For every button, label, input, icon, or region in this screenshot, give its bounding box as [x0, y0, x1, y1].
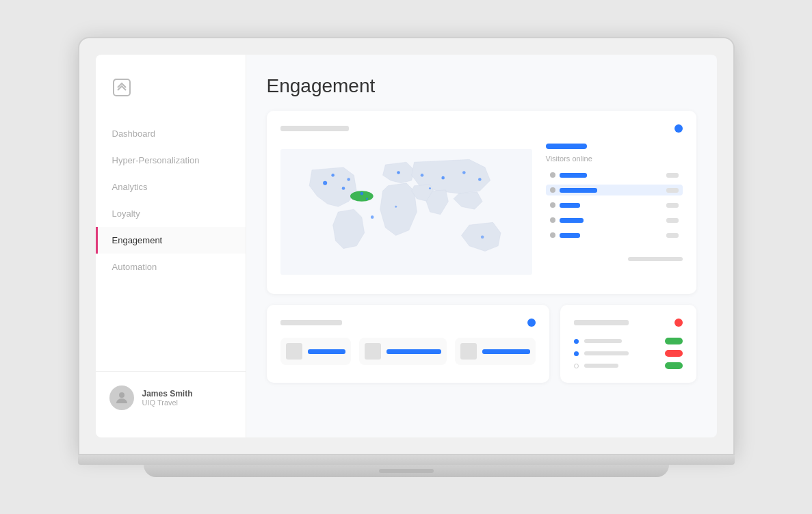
user-info: James Smith UIQ Travel: [142, 389, 193, 407]
country-dot: [550, 232, 555, 238]
country-val: [666, 188, 679, 193]
laptop-base: [78, 455, 735, 477]
country-val: [666, 203, 679, 208]
map-card-body: Visitors online: [280, 144, 683, 280]
laptop-hinge: [78, 455, 735, 465]
svg-point-9: [420, 174, 423, 177]
svg-point-11: [462, 171, 466, 174]
map-card-header: [280, 124, 683, 133]
country-bar: [560, 233, 580, 238]
bottom-left-card-header: [280, 319, 536, 327]
bottom-right-card: [560, 305, 696, 383]
svg-point-17: [428, 187, 430, 189]
app-window: Dashboard Hyper-Personalization Analytic…: [96, 55, 717, 437]
country-dot: [550, 172, 555, 178]
map-list-item: [546, 170, 683, 180]
map-list-item: [546, 200, 683, 211]
activity-avatar: [460, 343, 477, 360]
pagination-bar: [628, 257, 683, 261]
laptop-screen: Dashboard Hyper-Personalization Analytic…: [78, 37, 735, 455]
user-name: James Smith: [142, 389, 193, 398]
svg-point-15: [360, 192, 363, 195]
laptop-notch: [379, 469, 434, 473]
country-val: [666, 218, 679, 223]
activity-bar: [308, 349, 345, 354]
status-pill-green: [665, 338, 683, 344]
svg-point-12: [478, 178, 482, 181]
bottom-right-indicator: [675, 319, 683, 327]
list-dot: [574, 351, 579, 356]
svg-point-14: [480, 236, 484, 239]
bottom-left-card: [267, 305, 549, 383]
map-card: Visitors online: [267, 111, 696, 294]
list-bar: [584, 364, 618, 368]
svg-point-4: [323, 181, 327, 185]
sidebar: Dashboard Hyper-Personalization Analytic…: [96, 55, 246, 437]
bottom-left-title: [280, 320, 342, 325]
main-content: Engagement: [246, 55, 717, 437]
map-right-panel: Visitors online: [546, 144, 683, 280]
svg-point-7: [347, 178, 350, 181]
country-dot: [550, 217, 555, 223]
activity-avatar: [286, 343, 302, 360]
sidebar-item-hyper-personalization[interactable]: Hyper-Personalization: [96, 147, 246, 174]
right-list-item: [574, 338, 683, 344]
laptop-wrapper: Dashboard Hyper-Personalization Analytic…: [78, 37, 735, 477]
map-card-title: [280, 126, 349, 131]
svg-point-1: [119, 392, 125, 398]
list-bar: [584, 351, 629, 355]
svg-point-16: [365, 198, 367, 200]
laptop-bottom: [144, 465, 669, 477]
country-bar: [560, 188, 597, 193]
country-val: [666, 173, 679, 178]
bottom-left-indicator: [527, 319, 536, 327]
country-dot: [550, 202, 555, 208]
map-card-indicator: [675, 124, 683, 133]
list-dot: [574, 364, 579, 368]
avatar: [109, 385, 134, 410]
bottom-right-title: [574, 320, 629, 325]
sidebar-nav: Dashboard Hyper-Personalization Analytic…: [96, 120, 246, 371]
status-pill-red: [665, 350, 683, 357]
country-val: [666, 233, 679, 238]
sidebar-item-analytics[interactable]: Analytics: [96, 174, 246, 200]
activity-item: [455, 338, 536, 365]
sidebar-logo: [96, 68, 246, 120]
app-logo-icon: [109, 75, 134, 100]
activity-bar: [387, 349, 441, 354]
country-bar: [560, 218, 584, 223]
map-list-item: [546, 215, 683, 226]
right-list-item: [574, 350, 683, 357]
activity-avatar: [365, 343, 381, 360]
svg-rect-0: [114, 79, 130, 96]
status-pill-green: [665, 362, 683, 369]
svg-point-10: [441, 176, 445, 180]
activity-item: [359, 338, 447, 365]
activity-bar: [482, 349, 530, 354]
country-bar: [560, 173, 587, 178]
sidebar-item-automation[interactable]: Automation: [96, 254, 246, 280]
world-map: [280, 144, 532, 280]
activity-items: [280, 338, 536, 365]
map-list-item: [546, 230, 683, 241]
svg-point-18: [395, 206, 397, 208]
visitors-label: Visitors online: [546, 154, 683, 163]
map-list-item: [546, 185, 683, 195]
right-list: [574, 338, 683, 369]
svg-point-5: [331, 174, 335, 177]
svg-point-13: [370, 215, 374, 219]
list-bar: [584, 339, 622, 343]
sidebar-item-dashboard[interactable]: Dashboard: [96, 120, 246, 147]
sidebar-item-engagement[interactable]: Engagement: [96, 227, 246, 254]
page-title: Engagement: [267, 75, 696, 97]
right-list-item: [574, 362, 683, 369]
svg-point-8: [397, 171, 400, 174]
bottom-row: [267, 305, 696, 383]
user-profile: James Smith UIQ Travel: [96, 371, 246, 424]
user-company: UIQ Travel: [142, 398, 193, 407]
bottom-right-card-header: [574, 319, 683, 327]
country-dot: [550, 187, 555, 193]
visitors-bar: [546, 144, 587, 149]
svg-point-6: [341, 187, 345, 190]
sidebar-item-loyalty[interactable]: Loyalty: [96, 200, 246, 227]
